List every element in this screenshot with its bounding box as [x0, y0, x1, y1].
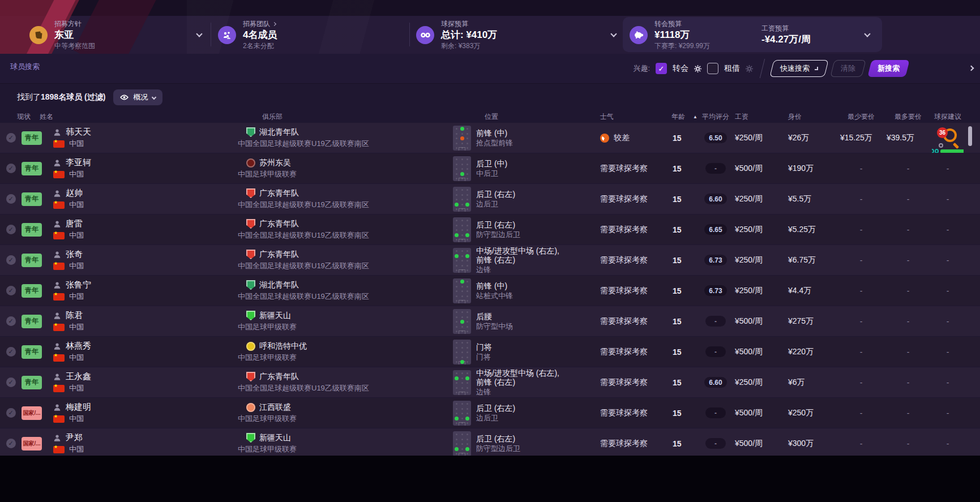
transfer-checkbox[interactable]: ✓	[656, 63, 667, 74]
row-checkbox[interactable]: ✓	[6, 225, 16, 234]
min-asking-price: -	[860, 439, 863, 448]
wage-value: ¥250/周	[735, 286, 763, 296]
vertical-scrollbar[interactable]	[968, 126, 972, 146]
table-row[interactable]: ✓ 青年 张鲁宁 ★ 中国 湖北青年队	[0, 276, 980, 306]
max-asking-price: -	[907, 378, 910, 387]
position-map-icon	[453, 431, 471, 456]
age-value: 15	[673, 347, 682, 357]
panel-wage-budget[interactable]: 工资预算 -¥4.27万/周	[761, 17, 811, 53]
table-row[interactable]: ✓ 青年 林燕秀 ★ 中国 呼和浩特中优	[0, 337, 980, 367]
club-name[interactable]: 新疆天山	[259, 433, 291, 443]
league-name: 中国全国足球超级联赛U19乙级联赛南区	[238, 261, 369, 271]
header-age[interactable]: 年龄▲	[670, 112, 697, 122]
chevron-right-icon[interactable]	[969, 66, 974, 71]
club-name[interactable]: 呼和浩特中优	[259, 341, 307, 351]
loan-checkbox[interactable]	[707, 63, 718, 74]
position-map-icon	[453, 278, 471, 303]
table-row[interactable]: ✓ 青年 李亚轲 ★ 中国 苏州东吴	[0, 153, 980, 183]
player-name[interactable]: 陈君	[66, 310, 83, 321]
position-text: 前锋 (中)	[476, 128, 513, 138]
player-role: 站桩式中锋	[476, 291, 513, 300]
club-name[interactable]: 广东青年队	[259, 219, 299, 229]
gear-icon[interactable]	[694, 65, 701, 72]
header-position[interactable]: 位置	[485, 112, 598, 122]
club-name[interactable]: 广东青年队	[259, 372, 299, 382]
position-text: 门将	[476, 342, 492, 351]
divider	[211, 23, 211, 46]
small-magnifier-icon	[939, 143, 943, 148]
player-name[interactable]: 李亚轲	[66, 157, 91, 168]
row-checkbox[interactable]: ✓	[6, 133, 16, 143]
header-morale[interactable]: 士气	[600, 112, 670, 122]
player-name[interactable]: 唐雷	[66, 218, 83, 229]
table-row[interactable]: ✓ 青年 唐雷 ★ 中国 广东青年队	[0, 214, 980, 244]
new-search-button[interactable]: 新搜索	[867, 60, 909, 77]
header-avg-rating[interactable]: 平均评分	[697, 112, 734, 122]
row-checkbox[interactable]: ✓	[6, 377, 16, 387]
player-search-bar: 球员搜索 兴趣: ✓ 转会 租借 快速搜索 清除 新搜索	[0, 54, 980, 84]
player-name[interactable]: 张奇	[66, 249, 83, 260]
club-name[interactable]: 江西联盛	[259, 402, 291, 413]
player-name[interactable]: 尹郑	[66, 432, 83, 443]
club-name[interactable]: 广东青年队	[259, 188, 299, 199]
position-map-icon	[453, 187, 471, 212]
player-name[interactable]: 梅建明	[66, 402, 91, 413]
china-flag-icon: ★	[53, 293, 65, 301]
player-name[interactable]: 林燕秀	[66, 341, 91, 351]
club-name[interactable]: 苏州东吴	[259, 158, 291, 168]
row-checkbox[interactable]: ✓	[6, 194, 16, 204]
header-value[interactable]: 身价	[787, 112, 838, 122]
panel-recruitment-policy[interactable]: 招募方针 东亚 中等考察范围	[29, 17, 95, 53]
header-name[interactable]: 姓名	[40, 112, 238, 122]
player-nation: 中国	[69, 414, 84, 424]
min-asking-price: -	[860, 164, 863, 173]
clear-button[interactable]: 清除	[830, 60, 866, 77]
avg-rating-badge: 6.65	[704, 224, 726, 235]
transfer-value: ¥5.25万	[788, 225, 816, 235]
header-club[interactable]: 俱乐部	[262, 112, 444, 122]
quick-search-dropdown[interactable]: 快速搜索	[769, 60, 828, 77]
header-min-price[interactable]: 最少要价	[838, 112, 884, 122]
player-name[interactable]: 王永鑫	[66, 371, 91, 382]
table-row[interactable]: ✓ 青年 王永鑫 ★ 中国 广东青年队	[0, 367, 980, 397]
avg-rating-badge: -	[705, 163, 726, 174]
player-nation: 中国	[69, 261, 84, 271]
results-count-text: 找到了1898名球员 (过滤)	[17, 92, 105, 102]
club-name[interactable]: 新疆天山	[259, 311, 291, 321]
panel-transfer-budget[interactable]: 转会预算 ¥1118万 下赛季: ¥299.99万	[630, 17, 710, 53]
panel-scouting-budget[interactable]: 球探预算 总计: ¥410万 剩余: ¥383万	[416, 17, 497, 53]
table-row[interactable]: ✓ 青年 张奇 ★ 中国 广东青年队	[0, 245, 980, 275]
gear-icon[interactable]	[746, 65, 753, 72]
header-max-price[interactable]: 最多要价	[884, 112, 932, 122]
player-name[interactable]: 韩天天	[66, 127, 91, 138]
person-icon	[53, 128, 61, 136]
club-name[interactable]: 广东青年队	[259, 250, 299, 260]
club-name[interactable]: 湖北青年队	[259, 280, 299, 290]
table-row[interactable]: ✓ 国家/... 梅建明 ★ 中国 江西联盛	[0, 398, 980, 428]
wage-value: ¥500/周	[735, 408, 763, 418]
table-row[interactable]: ✓ 国家/... 尹郑 ★ 中国 新疆天山	[0, 428, 980, 456]
row-checkbox[interactable]: ✓	[6, 286, 16, 295]
table-row[interactable]: ✓ 青年 韩天天 ★ 中国 湖北青年队	[0, 123, 980, 153]
position-map-icon	[453, 156, 471, 181]
league-name: 中国全国足球超级联赛U19乙级联赛南区	[238, 139, 369, 149]
row-checkbox[interactable]: ✓	[6, 347, 16, 357]
header-wage[interactable]: 工资	[734, 112, 787, 122]
club-crest-icon	[246, 280, 255, 290]
age-value: 15	[673, 378, 682, 387]
player-name[interactable]: 赵帅	[66, 188, 83, 199]
header-scout-recommendation[interactable]: 球探建议	[932, 112, 964, 122]
row-checkbox[interactable]: ✓	[6, 255, 16, 265]
player-nation: 中国	[69, 169, 84, 179]
scout-recommendation-badge[interactable]: 36	[937, 127, 958, 149]
panel-recruitment-team[interactable]: 招募团队 4名成员 2名未分配	[218, 17, 277, 53]
table-row[interactable]: ✓ 青年 赵帅 ★ 中国 广东青年队	[0, 184, 980, 214]
table-row[interactable]: ✓ 青年 陈君 ★ 中国 新疆天山	[0, 306, 980, 336]
row-checkbox[interactable]: ✓	[6, 316, 16, 326]
club-name[interactable]: 湖北青年队	[259, 127, 299, 138]
view-selector[interactable]: 概况	[113, 89, 162, 105]
player-name[interactable]: 张鲁宁	[66, 280, 91, 290]
row-checkbox[interactable]: ✓	[6, 408, 16, 418]
row-checkbox[interactable]: ✓	[6, 164, 16, 173]
row-checkbox[interactable]: ✓	[6, 439, 16, 448]
